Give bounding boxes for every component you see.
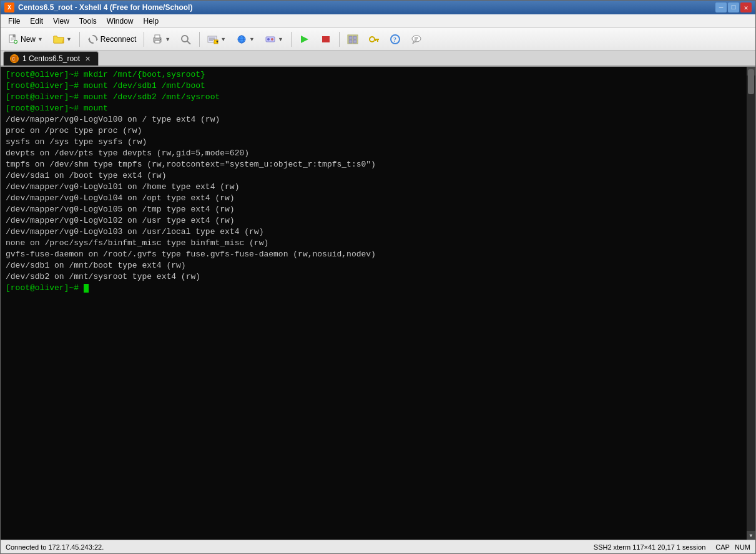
close-button[interactable]: ✕ (740, 2, 752, 12)
scrollbar-thumb[interactable] (748, 69, 754, 94)
compose-button[interactable]: ▼ ▼ (203, 31, 230, 48)
svg-marker-31 (301, 36, 308, 43)
app-window: X Centos6.5_root - Xshell 4 (Free for Ho… (0, 0, 756, 554)
terminal-line: none on /proc/sys/fs/binfmt_misc type bi… (6, 238, 733, 249)
title-bar: X Centos6.5_root - Xshell 4 (Free for Ho… (1, 1, 755, 14)
web-button[interactable]: ▼ (232, 31, 259, 48)
connection-text: Connected to 172.17.45.243:22. (6, 543, 104, 551)
svg-rect-34 (349, 36, 352, 39)
menu-help[interactable]: Help (139, 16, 164, 27)
settings-button[interactable]: ▼ (260, 31, 288, 48)
terminal-line: /dev/sda1 on /boot type ext4 (rw) (6, 170, 733, 182)
play-button[interactable] (295, 31, 315, 48)
terminal-line: /dev/sdb2 on /mnt/sysroot type ext4 (rw) (6, 271, 733, 283)
terminal-line: /dev/mapper/vg0-LogVol05 on /tmp type ex… (6, 204, 733, 215)
terminal-line: /dev/mapper/vg0-LogVol00 on / type ext4 … (6, 114, 733, 125)
toolbar: New ▼ ▼ Reconn (1, 28, 755, 51)
terminal-line: /dev/mapper/vg0-LogVol02 on /usr type ex… (6, 215, 733, 226)
svg-text:?: ? (393, 36, 396, 43)
compose-dropdown-arrow[interactable]: ▼ (220, 36, 226, 42)
status-connection: Connected to 172.17.45.243:22. (6, 543, 104, 551)
terminal-line: [root@oliver]~# mount (6, 103, 733, 114)
reconnect-button[interactable]: Reconnect (83, 31, 140, 48)
folder-icon (53, 34, 64, 45)
print-button[interactable]: ▼ (147, 31, 175, 48)
reconnect-label: Reconnect (101, 35, 136, 44)
help-icon: ? (390, 34, 401, 45)
stop-button[interactable] (316, 31, 336, 48)
terminal-line: tmpfs on /dev/shm type tmpfs (rw,rootcon… (6, 159, 733, 170)
menu-bar: File Edit View Tools Window Help (1, 14, 755, 28)
terminal-area[interactable]: [root@oliver]~# mkdir /mnt/{boot,sysroot… (1, 67, 755, 540)
terminal-content: [root@oliver]~# mkdir /mnt/{boot,sysroot… (1, 67, 738, 540)
tab-icon-1: C (10, 54, 19, 63)
status-bar: Connected to 172.17.45.243:22. SSH2 xter… (1, 540, 755, 553)
svg-point-30 (271, 38, 273, 41)
window-title: Centos6.5_root - Xshell 4 (Free for Home… (18, 3, 712, 12)
svg-rect-40 (377, 40, 378, 42)
reconnect-icon (87, 34, 99, 45)
toolbar-sep-3 (199, 32, 200, 47)
toolbar-sep-1 (79, 32, 80, 47)
terminal-line: /dev/sdb1 on /mnt/boot type ext4 (rw) (6, 260, 733, 271)
maximize-button[interactable]: □ (728, 2, 739, 12)
help-button[interactable]: ? (385, 31, 405, 48)
svg-line-16 (187, 41, 190, 44)
compose-icon: ▼ (207, 34, 218, 45)
new-button[interactable]: New ▼ (3, 31, 47, 48)
tab-close-1[interactable]: ✕ (84, 55, 92, 63)
menu-tools[interactable]: Tools (74, 16, 102, 27)
svg-rect-32 (322, 36, 330, 42)
scrollbar-down-button[interactable]: ▼ (747, 531, 755, 540)
terminal-line: [root@oliver]~# mount /dev/sdb2 /mnt/sys… (6, 92, 733, 103)
svg-text:C: C (12, 57, 15, 61)
svg-point-14 (160, 39, 161, 40)
svg-marker-45 (413, 41, 416, 44)
svg-rect-13 (155, 41, 160, 43)
open-dropdown-arrow[interactable]: ▼ (66, 36, 72, 42)
find-button[interactable] (176, 31, 196, 48)
session-info-text: SSH2 xterm 117×41 20,17 1 session (594, 543, 705, 551)
tab-label-1: 1 Centos6.5_root (22, 54, 80, 63)
chat-button[interactable] (406, 31, 426, 48)
key-button[interactable] (364, 31, 384, 48)
menu-view[interactable]: View (48, 16, 74, 27)
scrollbar[interactable]: ▲ ▼ (747, 67, 755, 540)
print-icon (152, 34, 163, 45)
new-dropdown-arrow[interactable]: ▼ (37, 36, 43, 42)
menu-window[interactable]: Window (102, 16, 139, 27)
open-button[interactable]: ▼ (49, 31, 76, 48)
toolbar-sep-2 (144, 32, 144, 47)
script-button[interactable] (343, 31, 363, 48)
find-icon (180, 34, 192, 45)
minimize-button[interactable]: ─ (715, 2, 727, 12)
settings-dropdown-arrow[interactable]: ▼ (278, 36, 283, 42)
tab-1[interactable]: C 1 Centos6.5_root ✕ (3, 51, 99, 66)
terminal-line: [root@oliver]~# mkdir /mnt/{boot,sysroot… (6, 69, 733, 80)
app-icon: X (4, 2, 14, 12)
caps-indicator: CAP (710, 543, 730, 551)
svg-point-38 (370, 37, 375, 42)
play-icon (299, 34, 310, 45)
terminal-line: /dev/mapper/vg0-LogVol01 on /home type e… (6, 182, 733, 193)
stop-icon (320, 34, 331, 45)
num-indicator: NUM (735, 543, 750, 551)
svg-rect-35 (353, 36, 356, 39)
menu-file[interactable]: File (3, 16, 25, 27)
terminal[interactable]: [root@oliver]~# mkdir /mnt/{boot,sysroot… (1, 67, 747, 540)
svg-rect-36 (349, 40, 352, 43)
print-dropdown-arrow[interactable]: ▼ (165, 36, 170, 42)
terminal-line: /dev/mapper/vg0-LogVol04 on /opt type ex… (6, 193, 733, 204)
key-icon (368, 34, 380, 45)
terminal-line: /dev/mapper/vg0-LogVol03 on /usr/local t… (6, 226, 733, 238)
toolbar-sep-5 (339, 32, 340, 47)
svg-rect-37 (353, 40, 356, 43)
toolbar-sep-4 (291, 32, 292, 47)
menu-edit[interactable]: Edit (25, 16, 48, 27)
svg-rect-41 (375, 40, 376, 41)
web-dropdown-arrow[interactable]: ▼ (249, 36, 255, 42)
new-icon (7, 34, 19, 45)
script-icon (347, 34, 358, 45)
terminal-line: sysfs on /sys type sysfs (rw) (6, 137, 733, 148)
tab-bar: C 1 Centos6.5_root ✕ (1, 51, 755, 67)
